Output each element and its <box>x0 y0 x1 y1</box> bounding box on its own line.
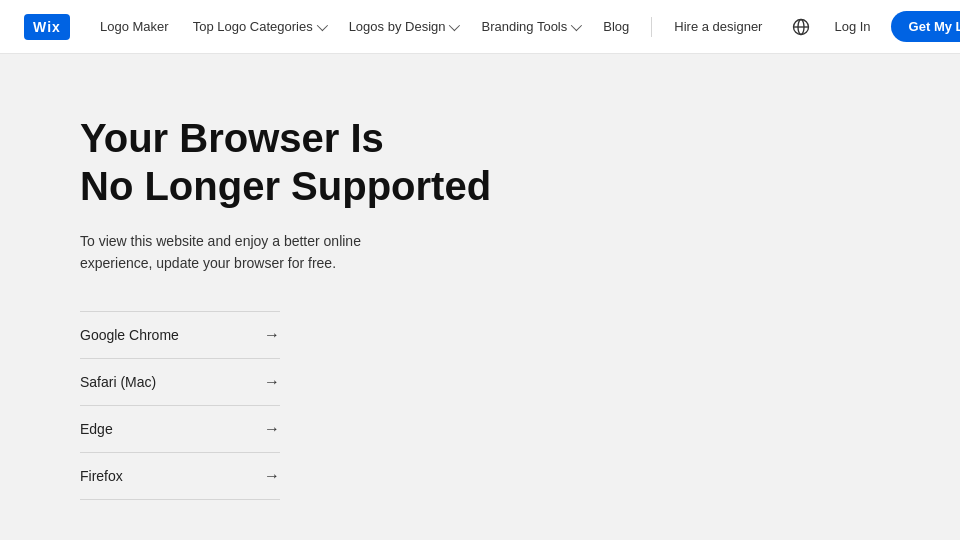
hire-designer-link[interactable]: Hire a designer <box>664 13 772 40</box>
language-button[interactable] <box>788 14 814 40</box>
nav-item-4[interactable]: Blog <box>593 13 639 40</box>
page-subtitle: To view this website and enjoy a better … <box>80 230 420 275</box>
browser-list: Google Chrome→Safari (Mac)→Edge→Firefox→ <box>80 311 280 500</box>
arrow-right-icon: → <box>264 326 280 344</box>
globe-icon <box>792 18 810 36</box>
main-nav: Logo MakerTop Logo CategoriesLogos by De… <box>90 13 772 40</box>
browser-item-3[interactable]: Firefox→ <box>80 453 280 500</box>
main-content: Your Browser Is No Longer Supported To v… <box>0 54 960 540</box>
login-button[interactable]: Log In <box>826 13 878 40</box>
browser-name: Edge <box>80 421 113 437</box>
header-actions: Log In Get My Logo <box>788 11 960 42</box>
browser-item-1[interactable]: Safari (Mac)→ <box>80 359 280 406</box>
chevron-down-icon <box>571 19 582 30</box>
arrow-right-icon: → <box>264 420 280 438</box>
site-header: Wix Logo MakerTop Logo CategoriesLogos b… <box>0 0 960 54</box>
browser-name: Firefox <box>80 468 123 484</box>
page-title: Your Browser Is No Longer Supported <box>80 114 580 210</box>
browser-name: Safari (Mac) <box>80 374 156 390</box>
nav-inner-separator <box>651 17 652 37</box>
chevron-down-icon <box>316 19 327 30</box>
get-logo-button[interactable]: Get My Logo <box>891 11 960 42</box>
nav-item-3[interactable]: Branding Tools <box>471 13 589 40</box>
nav-item-0[interactable]: Logo Maker <box>90 13 179 40</box>
nav-item-1[interactable]: Top Logo Categories <box>183 13 335 40</box>
wix-logo-mark: Wix <box>24 14 70 40</box>
browser-item-2[interactable]: Edge→ <box>80 406 280 453</box>
browser-name: Google Chrome <box>80 327 179 343</box>
arrow-right-icon: → <box>264 467 280 485</box>
nav-item-2[interactable]: Logos by Design <box>339 13 468 40</box>
chevron-down-icon <box>449 19 460 30</box>
wix-logo[interactable]: Wix <box>24 14 70 40</box>
browser-item-0[interactable]: Google Chrome→ <box>80 311 280 359</box>
arrow-right-icon: → <box>264 373 280 391</box>
